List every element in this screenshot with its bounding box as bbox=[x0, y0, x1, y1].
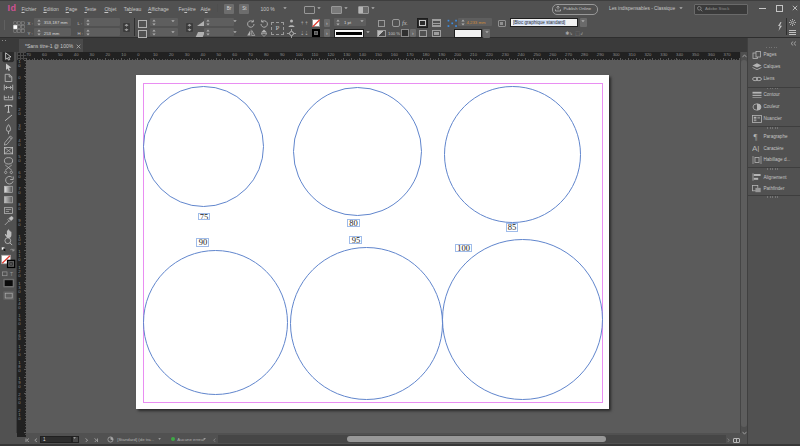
svg-text:¶: ¶ bbox=[753, 133, 757, 141]
svg-text:T: T bbox=[10, 271, 13, 277]
svg-text:A|: A| bbox=[752, 144, 759, 152]
